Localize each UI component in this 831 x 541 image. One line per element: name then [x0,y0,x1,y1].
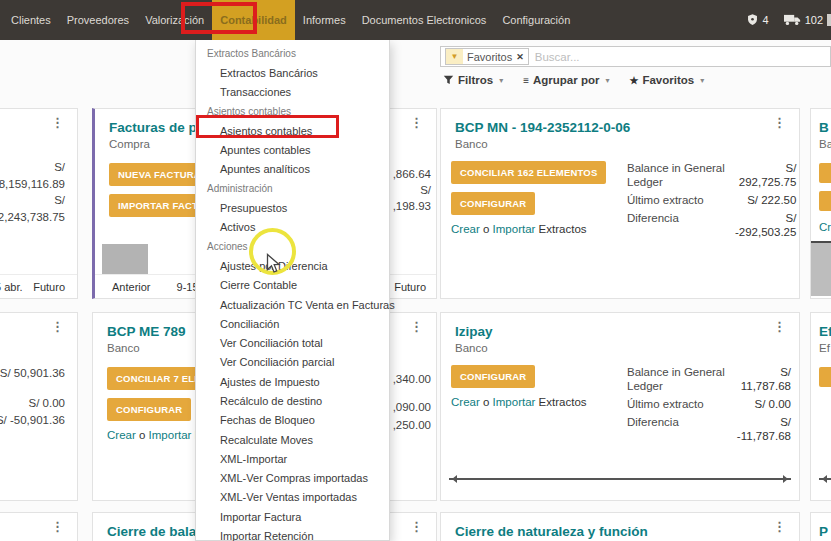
card-title[interactable]: P [811,513,831,539]
value-line: S/ -50,901.36 [0,414,65,426]
create-import-link[interactable]: Crear o Importar Extractos [451,396,587,408]
control-filtros[interactable]: Filtros [443,74,503,86]
truck-badge[interactable]: 102 [784,14,823,26]
nav-item-clientes[interactable]: Clientes [3,0,59,40]
kebab-menu-icon[interactable] [773,320,786,333]
menu-item-apuntes-contables[interactable]: Apuntes contables [196,140,389,159]
menu-item-transacciones[interactable]: Transacciones [196,83,389,102]
menu-item-cierre-contable[interactable]: Cierre Contable [196,276,389,295]
search-controls: Filtros≡Agrupar por★Favoritos [443,74,704,86]
funnel-icon [443,75,454,86]
card-subtitle: Ef [811,339,831,354]
menu-item-actualizacion-tc-venta-en-facturas[interactable]: Actualización TC Venta en Facturas [196,295,389,314]
card-subtitle: Ba [811,135,831,150]
search-bar[interactable]: ▼ Favoritos ✕ Buscar... [440,46,831,67]
stat-row: Último extractoS/ 0.00 [627,397,791,411]
kebab-menu-icon[interactable] [410,116,423,129]
nav-item-valorizacion[interactable]: Valorización [137,0,212,40]
button-fragment[interactable] [819,367,831,387]
nav-item-contabilidad[interactable]: Contabilidad [212,0,295,40]
partial-icon [827,14,831,26]
menu-item-conciliacion[interactable]: Conciliación [196,314,389,333]
card-subtitle: Banco [441,135,799,150]
nav-item-configuracion[interactable]: Configuración [494,0,578,40]
menu-item-apuntes-analiticos[interactable]: Apuntes analíticos [196,160,389,179]
kebab-menu-icon[interactable] [51,116,64,129]
kebab-menu-icon[interactable] [410,320,423,333]
stat-label-balance-in-general-ledger: Balance in General Ledger [627,161,735,189]
menu-item-xml-importar[interactable]: XML-Importar [196,449,389,468]
menu-item-recalculo-de-destino[interactable]: Recálculo de destino [196,391,389,410]
menu-item-activos[interactable]: Activos [196,218,389,237]
kebab-menu-icon[interactable] [51,520,64,533]
badge-count: 102 [805,14,823,26]
footer-item-futuro[interactable]: Futuro [33,281,65,293]
create-import-link[interactable]: Cr [819,221,831,233]
card-buttons [819,367,831,387]
create-import-link[interactable]: Crear o Importar Extractos [451,223,587,235]
menu-item-ver-conciliacion-total[interactable]: Ver Conciliación total [196,333,389,352]
cursor-icon [264,253,281,278]
card-footer: 5 abr.Futuro [0,274,77,298]
mini-line-chart [819,478,831,480]
shield-badge[interactable]: 4 [746,13,769,27]
dashboard-card-izipay: Izipay Banco CONFIGURAR Crear o Importar… [440,312,800,501]
nav-item-proveedores[interactable]: Proveedores [59,0,137,40]
odoo-accounting-dashboard: ClientesProveedoresValorizaciónContabili… [0,0,831,541]
dashboard-card-partial-left-2: S/ 50,901.36S/ 0.00S/ -50,901.36 [0,312,78,501]
stat-row: Balance in General LedgerS/ 292,725.75 [627,161,796,189]
menu-item-extractos-bancarios[interactable]: Extractos Bancários [196,63,389,82]
card-title[interactable]: Ef [811,313,831,339]
dashboard-card-partial-right-2: Ef Ef [810,312,831,501]
kebab-menu-icon[interactable] [51,320,64,333]
card-title[interactable]: B [811,109,831,135]
control-agrupar-por[interactable]: ≡Agrupar por [523,74,609,86]
menu-section-asientos-contables: Asientos contables [196,102,389,121]
search-facet-favoritos[interactable]: ▼ Favoritos ✕ [445,48,529,65]
menu-item-asientos-contables[interactable]: Asientos contables [196,121,389,140]
kebab-menu-icon[interactable] [773,520,786,533]
stat-label-diferencia[interactable]: Diferencia [627,211,735,239]
value-line: ,866.64 [393,168,431,180]
nav-item-documentos-electronicos[interactable]: Documentos Electronicos [354,0,495,40]
menu-item-ver-conciliacion-parcial[interactable]: Ver Conciliación parcial [196,353,389,372]
button-conciliar-162-elementos[interactable]: CONCILIAR 162 ELEMENTOS [451,161,606,184]
menu-item-xml-ver-ventas-importadas[interactable]: XML-Ver Ventas importadas [196,488,389,507]
menu-item-ajustes-de-impuesto[interactable]: Ajustes de Impuesto [196,372,389,391]
mini-chart-area [811,241,831,296]
kebab-menu-icon[interactable] [410,520,423,533]
card-title[interactable]: BCP MN - 194-2352112-0-06 [441,109,799,135]
button-fragment[interactable] [819,163,831,183]
menu-item-fechas-de-bloqueo[interactable]: Fechas de Bloqueo [196,411,389,430]
top-navigation-bar: ClientesProveedoresValorizaciónContabili… [0,0,831,40]
button-fragment[interactable] [819,191,831,211]
footer-item-futuro[interactable]: Futuro [394,281,426,293]
control-label: Favoritos [642,74,694,86]
button-configurar[interactable]: CONFIGURAR [451,192,535,215]
facet-label: Favoritos [463,51,516,63]
button-configurar[interactable]: CONFIGURAR [451,365,535,388]
control-favoritos[interactable]: ★Favoritos [629,74,704,86]
card-title[interactable]: Izipay [441,313,799,339]
card-title[interactable]: Cierre de naturaleza y función [441,513,799,539]
dashboard-card-partial-right-1: B Ba Cr [810,108,831,299]
nav-item-informes[interactable]: Informes [295,0,354,40]
menu-item-importar-retencion[interactable]: Importar Retención [196,526,389,541]
group-by-icon: ≡ [523,75,529,86]
kebab-menu-icon[interactable] [773,116,786,129]
stat-value: S/ 11,787.68 [727,365,791,393]
filter-funnel-icon: ▼ [446,49,463,64]
facet-remove-icon[interactable]: ✕ [516,52,528,62]
footer-item-5-abr[interactable]: 5 abr. [0,281,23,293]
card-buttons [819,163,831,211]
menu-item-recalculate-moves[interactable]: Recalculate Moves [196,430,389,449]
menu-item-presupuestos[interactable]: Presupuestos [196,198,389,217]
footer-item-anterior[interactable]: Anterior [112,281,151,293]
value-line: S/ [420,184,431,196]
menu-item-xml-ver-compras-importadas[interactable]: XML-Ver Compras importadas [196,469,389,488]
stat-label-diferencia[interactable]: Diferencia [627,415,727,443]
value-line: ,090.00 [393,401,431,413]
menu-item-importar-factura[interactable]: Importar Factura [196,507,389,526]
button-configurar[interactable]: CONFIGURAR [107,398,191,421]
control-label: Agrupar por [533,74,599,86]
